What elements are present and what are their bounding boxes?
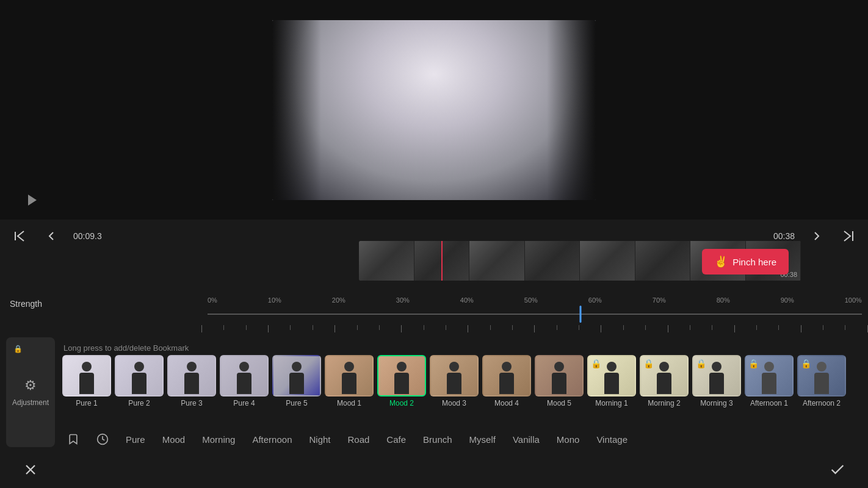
filter-label-mood5: Mood 5	[547, 399, 571, 407]
filter-item-pure3[interactable]: Pure 3	[166, 355, 217, 407]
strip-frame	[525, 241, 580, 281]
filter-label-morning1: Morning 1	[595, 399, 627, 407]
slider-mark-70: 70%	[653, 296, 666, 304]
adjustment-label: Adjustment	[12, 398, 49, 407]
video-preview	[272, 20, 596, 200]
filter-item-mood2[interactable]: Mood 2	[376, 355, 427, 407]
skip-to-start-button[interactable]	[10, 226, 29, 246]
filter-thumb-pure5	[272, 355, 321, 396]
strip-frame	[635, 241, 691, 281]
filter-thumb-morning1	[587, 355, 636, 396]
filter-thumb-pure4	[220, 355, 269, 396]
filter-thumb-afternoon1	[745, 355, 794, 396]
filter-thumb-mood4	[482, 355, 531, 396]
filter-thumb-pure2	[115, 355, 164, 396]
tab-cafe[interactable]: Cafe	[386, 432, 406, 447]
filter-thumb-pure1	[62, 355, 111, 396]
filter-label-morning3: Morning 3	[700, 399, 732, 407]
strength-slider[interactable]: 0% 10% 20% 30% 40% 50% 60% 70% 80% 90% 1…	[201, 294, 868, 328]
slider-mark-100: 100%	[845, 296, 862, 304]
skip-to-end-button[interactable]	[839, 226, 858, 246]
slider-mark-0: 0%	[208, 296, 217, 304]
tab-mono[interactable]: Mono	[557, 432, 580, 447]
tab-vintage[interactable]: Vintage	[596, 432, 627, 447]
filter-item-afternoon2[interactable]: Afternoon 2	[796, 355, 847, 407]
filter-item-mood4[interactable]: Mood 4	[481, 355, 532, 407]
filter-thumb-pure3	[167, 355, 216, 396]
frame-forward-button[interactable]	[807, 226, 826, 246]
filter-thumb-morning3	[692, 355, 741, 396]
pinch-icon: ✌	[714, 255, 728, 268]
total-time: 00:38	[773, 231, 795, 241]
adjustment-icon: ⚙	[24, 378, 37, 393]
filter-label-pure1: Pure 1	[76, 399, 97, 407]
filter-label-pure3: Pure 3	[181, 399, 202, 407]
tab-night[interactable]: Night	[309, 432, 330, 447]
filter-thumb-mood1	[325, 355, 374, 396]
tab-brunch[interactable]: Brunch	[423, 432, 452, 447]
slider-mark-90: 90%	[781, 296, 794, 304]
lock-icon: 🔒	[13, 345, 23, 353]
slider-mark-80: 80%	[717, 296, 730, 304]
current-time: 00:09.3	[73, 231, 102, 241]
filter-label-pure2: Pure 2	[128, 399, 150, 407]
filter-item-pure4[interactable]: Pure 4	[219, 355, 270, 407]
slider-mark-10: 10%	[268, 296, 281, 304]
strength-label: Strength	[10, 299, 42, 309]
slider-mark-50: 50%	[524, 296, 538, 304]
tab-road[interactable]: Road	[348, 432, 370, 447]
long-press-hint: Long press to add/delete Bookmark	[63, 343, 189, 353]
tab-bookmark[interactable]	[67, 431, 79, 448]
frame-back-button[interactable]	[42, 226, 61, 246]
category-tabs: Pure Mood Morning Afternoon Night Road C…	[61, 424, 868, 454]
strength-area: Strength 0% 10% 20% 30% 40% 50% 60% 70% …	[0, 294, 868, 328]
tab-afternoon[interactable]: Afternoon	[252, 432, 292, 447]
filter-label-pure5: Pure 5	[286, 399, 307, 407]
tab-mood[interactable]: Mood	[162, 432, 186, 447]
filter-item-pure1[interactable]: Pure 1	[61, 355, 112, 407]
filter-thumb-morning2	[640, 355, 689, 396]
slider-thumb[interactable]	[580, 306, 582, 323]
filter-thumb-afternoon2	[797, 355, 846, 396]
filter-item-morning2[interactable]: Morning 2	[638, 355, 690, 407]
filter-label-pure4: Pure 4	[233, 399, 255, 407]
filter-thumb-mood3	[430, 355, 479, 396]
filter-thumb-mood5	[535, 355, 584, 396]
preview-area	[0, 0, 868, 220]
filter-label-mood1: Mood 1	[337, 399, 361, 407]
confirm-button[interactable]	[825, 458, 850, 482]
filter-thumb-mood2	[377, 355, 426, 396]
filter-item-mood1[interactable]: Mood 1	[324, 355, 375, 407]
tab-vanilla[interactable]: Vanilla	[513, 432, 540, 447]
tab-morning[interactable]: Morning	[202, 432, 235, 447]
slider-mark-20: 20%	[332, 296, 345, 304]
filter-label-mood3: Mood 3	[442, 399, 466, 407]
filter-item-morning3[interactable]: Morning 3	[691, 355, 742, 407]
filter-label-afternoon1: Afternoon 1	[750, 399, 788, 407]
filter-item-afternoon1[interactable]: Afternoon 1	[743, 355, 795, 407]
tab-myself[interactable]: Myself	[469, 432, 496, 447]
pinch-here-button[interactable]: ✌ Pinch here	[702, 249, 789, 274]
tab-history[interactable]	[96, 431, 109, 448]
filter-item-morning1[interactable]: Morning 1	[586, 355, 637, 407]
filter-item-pure2[interactable]: Pure 2	[114, 355, 165, 407]
filter-label-afternoon2: Afternoon 2	[803, 399, 841, 407]
slider-mark-40: 40%	[460, 296, 474, 304]
cancel-button[interactable]	[18, 458, 43, 482]
slider-mark-60: 60%	[588, 296, 602, 304]
filter-item-pure5[interactable]: Pure 5	[271, 355, 322, 407]
filter-label-mood2: Mood 2	[389, 399, 414, 407]
pinch-here-label: Pinch here	[732, 257, 776, 267]
strip-frame	[469, 241, 525, 281]
bottom-bar	[0, 451, 868, 488]
tab-pure[interactable]: Pure	[126, 432, 145, 447]
filter-item-mood3[interactable]: Mood 3	[429, 355, 480, 407]
strip-frame	[359, 241, 414, 281]
filter-row: Pure 1 Pure 2 Pure 3 Pure 4 Pure 5 Mood …	[61, 355, 868, 416]
strip-frame	[580, 241, 635, 281]
filter-item-mood5[interactable]: Mood 5	[533, 355, 585, 407]
play-button[interactable]	[21, 189, 43, 211]
playhead	[441, 241, 443, 281]
adjustment-panel[interactable]: 🔒 ⚙ Adjustment	[6, 337, 55, 447]
filter-label-morning2: Morning 2	[648, 399, 680, 407]
